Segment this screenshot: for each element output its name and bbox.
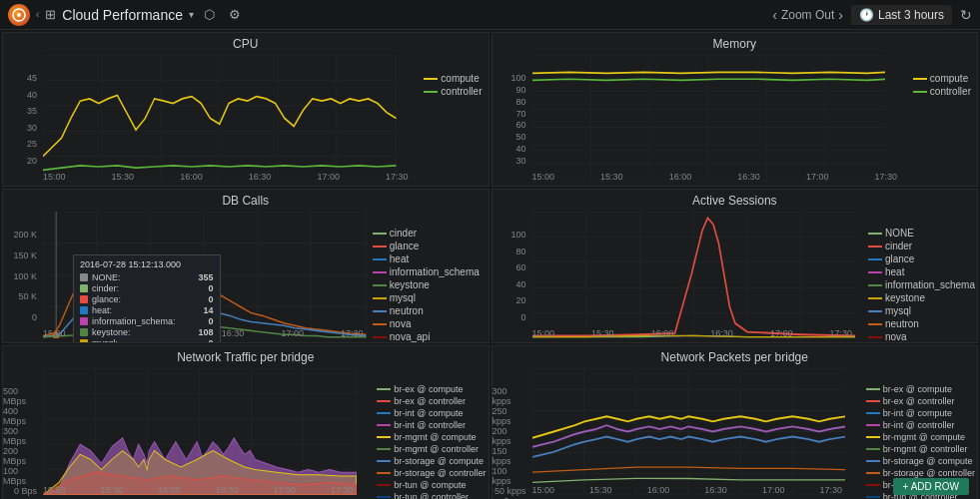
zoom-forward-btn[interactable]: › xyxy=(838,7,843,23)
panel-db-calls: DB Calls 200 K 150 K 100 K 50 K 0 xyxy=(2,189,490,343)
panel-net-traffic-title: Network Traffic per bridge xyxy=(3,346,489,366)
panel-db-chart: 200 K 150 K 100 K 50 K 0 xyxy=(3,210,489,340)
zoom-back-btn[interactable]: ‹ xyxy=(772,7,777,23)
panel-memory: Memory 100 90 80 70 60 50 40 30 xyxy=(491,32,979,187)
db-legend: cinder glance heat information_schema ke… xyxy=(373,228,487,343)
sessions-yaxis: 100 80 60 40 20 0 xyxy=(492,230,530,322)
sessions-xaxis: 15:00 15:30 16:00 16:30 17:00 17:30 xyxy=(532,328,853,338)
legend-item: controller xyxy=(913,86,971,97)
net-packets-xaxis: 15:00 15:30 16:00 16:30 17:00 17:30 xyxy=(532,485,843,495)
grid-icon: ⊞ xyxy=(45,7,56,22)
db-xaxis: 15:00 15:30 16:00 16:30 17:00 17:30 xyxy=(43,328,364,338)
net-traffic-xaxis: 15:00 15:30 16:00 16:30 17:00 17:30 xyxy=(43,485,354,495)
sessions-legend: NONE cinder glance heat information_sche… xyxy=(868,228,975,343)
panel-network-traffic: Network Traffic per bridge 500 MBps 400 … xyxy=(2,345,490,499)
memory-svg xyxy=(532,55,976,182)
memory-xaxis: 15:00 15:30 16:00 16:30 17:00 17:30 xyxy=(532,172,898,182)
topbar-right: ‹ Zoom Out › 🕐 Last 3 hours ↻ xyxy=(772,5,972,25)
db-yaxis: 200 K 150 K 100 K 50 K 0 xyxy=(3,230,41,322)
legend-item: controller xyxy=(424,86,482,97)
net-traffic-yaxis: 500 MBps 400 MBps 300 MBps 200 MBps 100 … xyxy=(3,386,41,479)
panel-memory-chart: 100 90 80 70 60 50 40 30 xyxy=(492,53,978,184)
legend-item: compute xyxy=(913,73,971,84)
nav-back[interactable]: ‹ xyxy=(36,9,39,20)
grafana-logo[interactable] xyxy=(8,4,30,26)
tooltip-row: mysql: 0 xyxy=(80,338,214,343)
net-packets-yaxis: 300 kpps 250 kpps 200 kpps 150 kpps 100 … xyxy=(492,386,530,479)
cpu-legend: compute controller xyxy=(424,73,482,97)
zoom-out-label[interactable]: Zoom Out xyxy=(781,8,834,22)
panel-sessions-chart: 100 80 60 40 20 0 xyxy=(492,210,978,340)
panel-sessions-title: Active Sessions xyxy=(492,190,978,210)
legend-item: compute xyxy=(424,73,482,84)
panel-net-traffic-chart: 500 MBps 400 MBps 300 MBps 200 MBps 100 … xyxy=(3,366,489,497)
add-row-button[interactable]: + ADD ROW xyxy=(893,478,969,495)
dashboard-grid: CPU 45 40 35 30 25 20 xyxy=(0,30,980,499)
panel-cpu-chart: 45 40 35 30 25 20 xyxy=(3,53,489,184)
share-button[interactable]: ⬡ xyxy=(200,5,219,24)
topbar: ‹ ⊞ Cloud Performance ▾ ⬡ ⚙ ‹ Zoom Out ›… xyxy=(0,0,980,30)
panel-cpu-title: CPU xyxy=(3,33,489,53)
zoom-controls: ‹ Zoom Out › xyxy=(772,7,843,23)
panel-net-packets-title: Network Packets per bridge xyxy=(492,346,978,366)
title-dropdown[interactable]: ▾ xyxy=(189,9,194,20)
time-range-picker[interactable]: 🕐 Last 3 hours xyxy=(851,5,952,25)
clock-icon: 🕐 xyxy=(859,8,874,22)
panel-network-packets: Network Packets per bridge 300 kpps 250 … xyxy=(491,345,979,499)
memory-legend: compute controller xyxy=(913,73,971,97)
page-title: Cloud Performance xyxy=(62,7,183,23)
panel-db-title: DB Calls xyxy=(3,190,489,210)
cpu-yaxis: 45 40 35 30 25 20 xyxy=(3,73,41,166)
panel-cpu: CPU 45 40 35 30 25 20 xyxy=(2,32,490,187)
refresh-button[interactable]: ↻ xyxy=(960,7,972,23)
memory-yaxis: 100 90 80 70 60 50 40 30 xyxy=(492,73,530,166)
panel-active-sessions: Active Sessions 100 80 60 40 20 0 xyxy=(491,189,979,343)
svg-point-1 xyxy=(17,13,21,17)
net-traffic-legend: br-ex @ compute br-ex @ controller br-in… xyxy=(377,384,486,499)
panel-memory-title: Memory xyxy=(492,33,978,53)
cpu-xaxis: 15:00 15:30 16:00 16:30 17:00 17:30 xyxy=(43,172,409,182)
time-range-label: Last 3 hours xyxy=(878,8,944,22)
cpu-svg xyxy=(43,55,487,182)
settings-button[interactable]: ⚙ xyxy=(225,5,245,24)
